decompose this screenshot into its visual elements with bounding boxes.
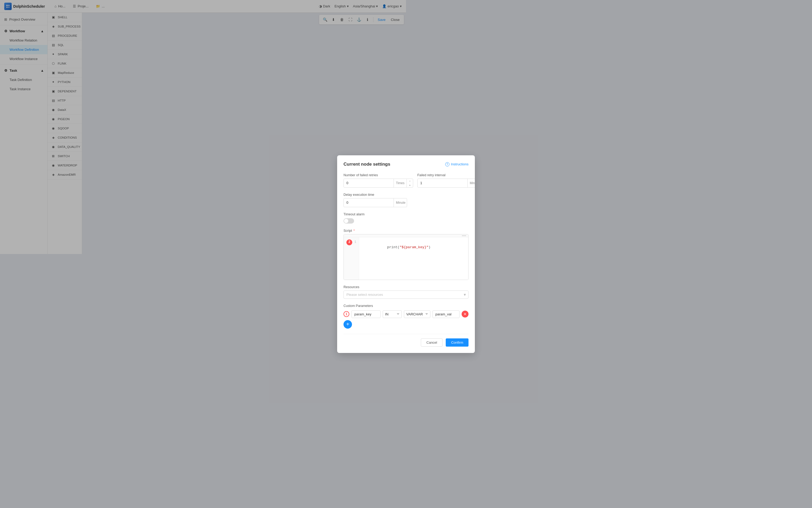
timeout-alarm-toggle[interactable]: [344, 218, 354, 223]
modal-overlay: Current node settings ? Instructions Num…: [0, 0, 406, 254]
delay-execution-field: Delay execution time Minute − +: [344, 193, 406, 207]
delay-execution-input[interactable]: [344, 199, 393, 206]
script-editor-header: [344, 235, 406, 237]
modal-title: Current node settings: [344, 162, 390, 167]
delay-row: Delay execution time Minute − +: [344, 193, 406, 207]
modal-title-row: Current node settings ? Instructions: [344, 162, 406, 167]
failed-retries-input[interactable]: [344, 179, 393, 187]
failed-retries-unit: Times: [393, 179, 406, 187]
script-editor[interactable]: 2 1 print("${param_key}"): [344, 234, 406, 254]
delay-execution-unit: Minute: [393, 199, 406, 207]
timeout-alarm-section: Timeout alarm: [344, 212, 406, 223]
retries-row: Number of failed retries Times − + Faile…: [344, 173, 406, 187]
script-badge: 2: [346, 240, 352, 245]
script-required: *: [353, 229, 355, 232]
failed-retries-input-group: Times − +: [344, 179, 406, 187]
delay-execution-input-group: Minute − +: [344, 198, 406, 207]
failed-retries-label: Number of failed retries: [344, 173, 406, 177]
script-editor-body: 2 1 print("${param_key}"): [344, 237, 406, 254]
failed-retries-field: Number of failed retries Times − +: [344, 173, 406, 187]
script-func: print(: [387, 245, 400, 249]
script-code[interactable]: print("${param_key}"): [359, 237, 406, 254]
timeout-alarm-label: Timeout alarm: [344, 212, 406, 216]
modal-dialog: Current node settings ? Instructions Num…: [337, 155, 406, 254]
script-section: Script * 2 1 pri: [344, 229, 406, 254]
script-label: Script *: [344, 229, 406, 232]
script-line-numbers: 2 1: [344, 237, 359, 254]
script-string: "${param_key}": [400, 245, 406, 249]
delay-execution-label: Delay execution time: [344, 193, 406, 197]
